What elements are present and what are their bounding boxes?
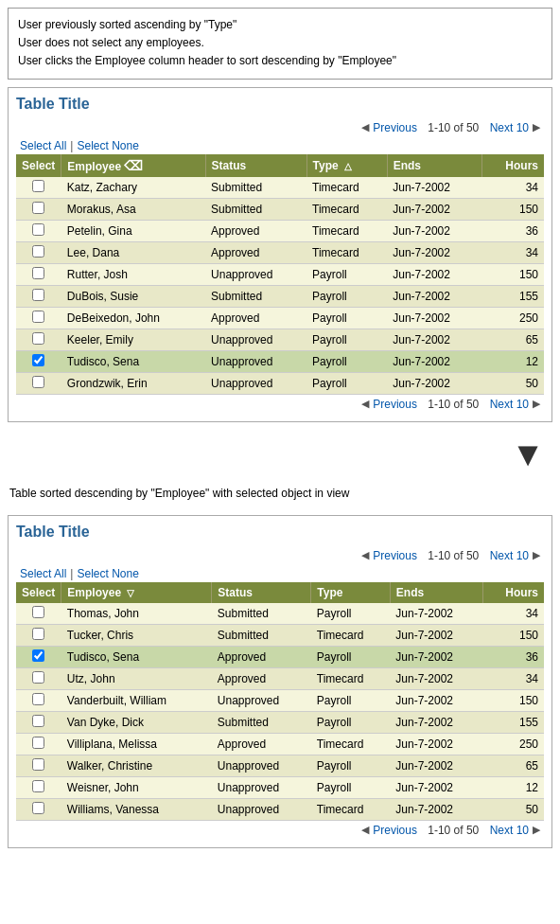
row-checkbox-cell[interactable] (16, 689, 61, 711)
row-checkbox[interactable] (32, 693, 44, 705)
row-checkbox-cell[interactable] (16, 241, 61, 263)
row-status: Approved (212, 733, 311, 755)
table-row: Vanderbuilt, WilliamUnapprovedPayrollJun… (16, 689, 544, 711)
row-ends: Jun-7-2002 (390, 689, 483, 711)
row-status: Unapproved (212, 798, 311, 820)
row-checkbox[interactable] (32, 606, 44, 618)
row-checkbox[interactable] (32, 202, 44, 214)
row-type: Payroll (311, 689, 391, 711)
row-checkbox[interactable] (32, 289, 44, 301)
select-none-link-1[interactable]: Select None (77, 139, 138, 152)
row-ends: Jun-7-2002 (387, 372, 482, 394)
row-hours: 65 (482, 329, 544, 350)
col-header-hours-2[interactable]: Hours (483, 582, 544, 603)
row-checkbox-cell[interactable] (16, 285, 61, 307)
row-employee: Petelin, Gina (61, 220, 205, 241)
select-all-link-2[interactable]: Select All (20, 567, 66, 580)
select-none-link-2[interactable]: Select None (77, 567, 138, 580)
row-checkbox-cell[interactable] (16, 624, 61, 646)
row-type: Timecard (311, 667, 391, 689)
col-header-hours-1[interactable]: Hours (482, 154, 544, 177)
row-checkbox-cell[interactable] (16, 733, 61, 755)
row-checkbox-cell[interactable] (16, 667, 61, 689)
row-checkbox[interactable] (32, 354, 44, 366)
row-employee: Lee, Dana (61, 241, 205, 263)
row-checkbox[interactable] (32, 671, 44, 684)
col-header-status-2[interactable]: Status (212, 582, 311, 603)
row-checkbox[interactable] (32, 649, 44, 662)
row-checkbox[interactable] (32, 376, 44, 388)
col-header-ends-1[interactable]: Ends (387, 154, 482, 177)
row-checkbox-cell[interactable] (16, 798, 61, 820)
row-checkbox-cell[interactable] (16, 646, 61, 667)
row-employee: Katz, Zachary (61, 177, 205, 199)
row-ends: Jun-7-2002 (390, 624, 483, 646)
prev-link-bot-1[interactable]: Previous (373, 398, 417, 411)
row-ends: Jun-7-2002 (390, 667, 483, 689)
row-checkbox[interactable] (32, 715, 44, 727)
row-checkbox[interactable] (32, 180, 44, 192)
row-checkbox-cell[interactable] (16, 776, 61, 798)
next-link-bot-1[interactable]: Next 10 (490, 398, 529, 411)
table-row: Grondzwik, ErinUnapprovedPayrollJun-7-20… (16, 372, 544, 394)
row-employee: Williams, Vanessa (61, 798, 212, 820)
col-header-employee-1[interactable]: Employee ⌫ (61, 154, 205, 177)
row-hours: 12 (482, 350, 544, 372)
data-table-2: Select Employee ▽ Status Type Ends Hours… (16, 582, 544, 821)
row-checkbox[interactable] (32, 332, 44, 345)
table-row: DeBeixedon, JohnApprovedPayrollJun-7-200… (16, 307, 544, 329)
col-header-employee-2[interactable]: Employee ▽ (61, 582, 212, 603)
row-checkbox[interactable] (32, 628, 44, 640)
next-arrow-bot-1: ▶ (533, 398, 540, 410)
col-header-status-1[interactable]: Status (205, 154, 306, 177)
col-header-type-1[interactable]: Type △ (306, 154, 387, 177)
row-hours: 34 (483, 667, 544, 689)
prev-link-bot-2[interactable]: Previous (373, 824, 417, 837)
row-checkbox-cell[interactable] (16, 307, 61, 329)
next-link-bot-2[interactable]: Next 10 (490, 824, 529, 837)
row-checkbox[interactable] (32, 267, 44, 279)
next-link-top-1[interactable]: Next 10 (490, 121, 529, 134)
row-checkbox[interactable] (32, 758, 44, 771)
row-checkbox[interactable] (32, 802, 44, 814)
row-employee: Van Dyke, Dick (61, 711, 212, 733)
row-checkbox-cell[interactable] (16, 755, 61, 776)
row-checkbox[interactable] (32, 780, 44, 792)
row-checkbox-cell[interactable] (16, 220, 61, 241)
row-ends: Jun-7-2002 (387, 177, 482, 199)
table-title-2: Table Title (16, 524, 544, 541)
instruction-line-2: User does not select any employees. (18, 34, 542, 52)
row-status: Approved (205, 220, 306, 241)
table-row: Weisner, JohnUnapprovedPayrollJun-7-2002… (16, 776, 544, 798)
col-header-ends-2[interactable]: Ends (390, 582, 483, 603)
row-checkbox-cell[interactable] (16, 603, 61, 625)
row-checkbox-cell[interactable] (16, 350, 61, 372)
table-row: Lee, DanaApprovedTimecardJun-7-200234 (16, 241, 544, 263)
col-header-type-2[interactable]: Type (311, 582, 391, 603)
row-hours: 150 (483, 689, 544, 711)
table-row: Tudisco, SenaApprovedPayrollJun-7-200236 (16, 646, 544, 667)
row-type: Payroll (311, 603, 391, 625)
row-checkbox-cell[interactable] (16, 198, 61, 220)
row-checkbox[interactable] (32, 245, 44, 258)
row-checkbox-cell[interactable] (16, 329, 61, 350)
row-status: Submitted (212, 603, 311, 625)
next-link-top-2[interactable]: Next 10 (490, 549, 529, 562)
row-employee: Tudisco, Sena (61, 350, 205, 372)
prev-arrow-top-2: ◀ (361, 549, 369, 561)
row-employee: Keeler, Emily (61, 329, 205, 350)
row-checkbox-cell[interactable] (16, 372, 61, 394)
row-hours: 250 (483, 733, 544, 755)
row-checkbox[interactable] (32, 223, 44, 236)
row-hours: 36 (483, 646, 544, 667)
row-checkbox-cell[interactable] (16, 711, 61, 733)
page-info-top-1: 1-10 of 50 (428, 121, 479, 134)
select-all-link-1[interactable]: Select All (20, 139, 66, 152)
prev-link-top-1[interactable]: Previous (373, 121, 417, 134)
prev-link-top-2[interactable]: Previous (373, 549, 417, 562)
row-checkbox-cell[interactable] (16, 177, 61, 199)
instruction-line-1: User previously sorted ascending by "Typ… (18, 16, 542, 34)
row-checkbox[interactable] (32, 311, 44, 323)
row-checkbox-cell[interactable] (16, 263, 61, 285)
row-checkbox[interactable] (32, 737, 44, 749)
